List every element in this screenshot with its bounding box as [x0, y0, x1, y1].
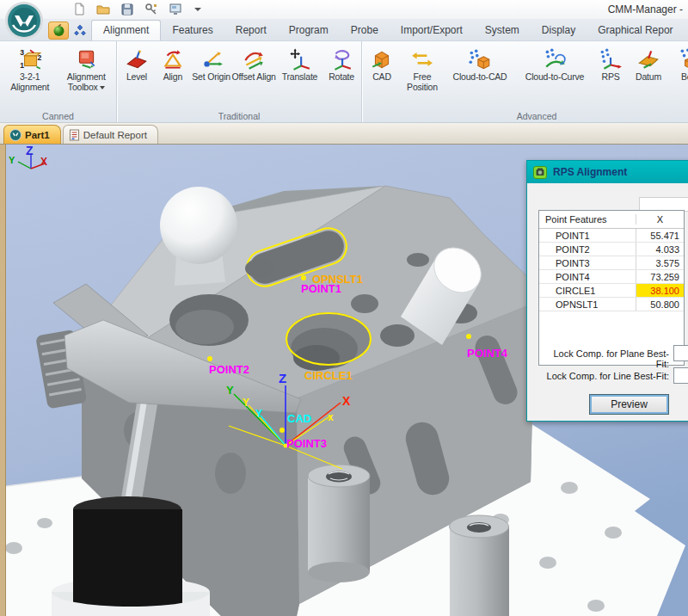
align-button[interactable]: Align	[155, 44, 191, 108]
standoff-front-left	[308, 465, 370, 582]
table-row[interactable]: POINT1 55.471	[539, 229, 684, 243]
table-row[interactable]: POINT4 73.259	[539, 270, 684, 284]
table-header-row: Point Features X	[539, 211, 684, 229]
ribbon-tab-system[interactable]: System	[474, 21, 531, 40]
green-sphere-icon	[52, 24, 65, 37]
feature-name: POINT4	[539, 270, 636, 283]
doc-tab-part1-label: Part1	[25, 130, 50, 140]
table-row[interactable]: OPNSLT1 50.800	[539, 298, 684, 311]
table-row[interactable]: POINT2 4.033	[539, 243, 684, 256]
group-label-canned: Canned	[0, 111, 116, 121]
cloud-to-curve-button[interactable]: Cloud-to-Curve	[515, 44, 594, 108]
rotate-icon	[329, 46, 353, 72]
document-tab-bar: Part1 Default Report	[0, 123, 688, 145]
feature-x-value-highlighted: 38.100	[636, 284, 684, 297]
ribbon-tab-import-export[interactable]: Import/Export	[390, 21, 474, 40]
ribbon: 3 1 2 3-2-1 Alignment Alignment Toolbox …	[0, 41, 688, 123]
offset-align-icon	[242, 46, 266, 72]
feature-x-value: 73.259	[636, 270, 684, 283]
preview-button[interactable]: Preview	[589, 394, 669, 415]
set-origin-button[interactable]: Set Origin	[191, 44, 232, 108]
report-tab-icon	[69, 129, 80, 141]
ribbon-tab-program[interactable]: Program	[278, 21, 340, 40]
free-position-button[interactable]: Free Position	[400, 44, 445, 108]
align-icon	[161, 46, 185, 72]
feature-name: CIRCLE1	[539, 284, 636, 297]
ribbon-tab-report[interactable]: Report	[224, 21, 278, 40]
level-button[interactable]: Level	[119, 44, 155, 108]
ribbon-group-advanced: CAD Free Position Cloud-to-CAD	[362, 41, 688, 122]
doc-tab-default-report-label: Default Report	[83, 130, 147, 140]
cad-button[interactable]: CAD	[364, 44, 400, 108]
lock-line-best-fit-combo[interactable]	[673, 367, 688, 384]
group-label-traditional: Traditional	[117, 111, 361, 121]
svg-text:x: x	[328, 411, 334, 423]
rotate-button[interactable]: Rotate	[323, 44, 359, 108]
feature-x-value: 50.800	[636, 298, 684, 311]
part-tab-icon	[9, 129, 22, 141]
ribbon-tab-graphical-report[interactable]: Graphical Repor	[587, 21, 684, 40]
save-icon[interactable]	[120, 3, 134, 15]
display-view-icon[interactable]	[169, 3, 182, 15]
window-title: CMM-Manager -	[608, 3, 683, 15]
app-logo-icon[interactable]	[4, 1, 44, 40]
ribbon-tab-features[interactable]: Features	[161, 21, 224, 40]
feature-name: POINT1	[539, 229, 636, 242]
run-button[interactable]	[70, 22, 90, 40]
title-bar: CMM-Manager -	[0, 0, 688, 19]
probe-key-icon[interactable]	[144, 3, 158, 15]
quick-access-toolbar	[72, 3, 201, 15]
rps-alignment-dialog: RPS Alignment Point Features X POINT1 55…	[526, 160, 688, 422]
translate-button[interactable]: Translate	[276, 44, 323, 108]
svg-text:1: 1	[20, 61, 24, 70]
datum-button[interactable]: Datum	[627, 44, 670, 108]
set-origin-icon	[200, 46, 224, 72]
ribbon-tab-display[interactable]: Display	[531, 21, 587, 40]
label-point3[interactable]: POINT3	[286, 437, 327, 450]
321-alignment-button[interactable]: 3 1 2 3-2-1 Alignment	[2, 44, 58, 108]
quick-access-dropdown-icon[interactable]	[194, 8, 201, 11]
label-cad[interactable]: CAD	[287, 412, 311, 425]
ribbon-tab-alignment[interactable]: Alignment	[91, 20, 161, 40]
ribbon-tab-row: Alignment Features Report Program Probe …	[0, 19, 688, 41]
feature-name: OPNSLT1	[539, 298, 636, 311]
label-circle1[interactable]: CIRCLE1	[304, 369, 353, 382]
table-row[interactable]: POINT3 3.575	[539, 256, 684, 270]
svg-text:X: X	[342, 394, 351, 408]
doc-tab-default-report[interactable]: Default Report	[63, 125, 158, 144]
column-header-x: X	[636, 214, 684, 225]
321-alignment-icon: 3 1 2	[18, 46, 42, 72]
group-label-advanced: Advanced	[362, 111, 688, 121]
cloud-to-cad-button[interactable]: Cloud-to-CAD	[445, 44, 515, 108]
point-features-table[interactable]: Point Features X POINT1 55.471 POINT2 4.…	[538, 210, 685, 366]
alignment-toolbox-icon	[74, 46, 98, 72]
dialog-title: RPS Alignment	[553, 166, 627, 178]
ribbon-group-canned: 3 1 2 3-2-1 Alignment Alignment Toolbox …	[0, 41, 117, 122]
label-point4[interactable]: POINT4	[467, 347, 508, 360]
offset-align-button[interactable]: Offset Align	[231, 44, 275, 108]
label-point2[interactable]: POINT2	[209, 363, 249, 376]
free-position-icon	[410, 46, 434, 72]
open-folder-icon[interactable]	[96, 3, 110, 15]
level-icon	[125, 46, 149, 72]
ribbon-group-traditional: Level Align Set Origin	[117, 41, 362, 122]
svg-text:Y: Y	[255, 408, 262, 420]
alignment-toolbox-button[interactable]: Alignment Toolbox	[58, 44, 115, 108]
ribbon-tab-probe[interactable]: Probe	[340, 21, 390, 40]
doc-tab-part1[interactable]: Part1	[3, 125, 61, 144]
label-point1[interactable]: POINT1	[301, 282, 341, 295]
alignment-toolbox-label: Alignment Toolbox	[58, 72, 115, 92]
datum-icon	[636, 46, 660, 72]
translate-icon	[287, 46, 311, 72]
dialog-title-bar[interactable]: RPS Alignment	[527, 161, 688, 183]
table-row[interactable]: CIRCLE1 38.100	[539, 284, 684, 298]
best-fit-button[interactable]: Best	[670, 44, 688, 108]
blue-run-icon	[74, 24, 87, 37]
feature-x-value: 55.471	[636, 229, 684, 242]
svg-text:2: 2	[37, 53, 41, 62]
reference-sphere	[160, 187, 237, 264]
rps-button[interactable]: RPS	[594, 44, 627, 108]
lock-plane-best-fit-combo[interactable]	[673, 345, 688, 361]
go-sphere-button[interactable]	[48, 22, 69, 40]
new-document-icon[interactable]	[72, 3, 86, 15]
